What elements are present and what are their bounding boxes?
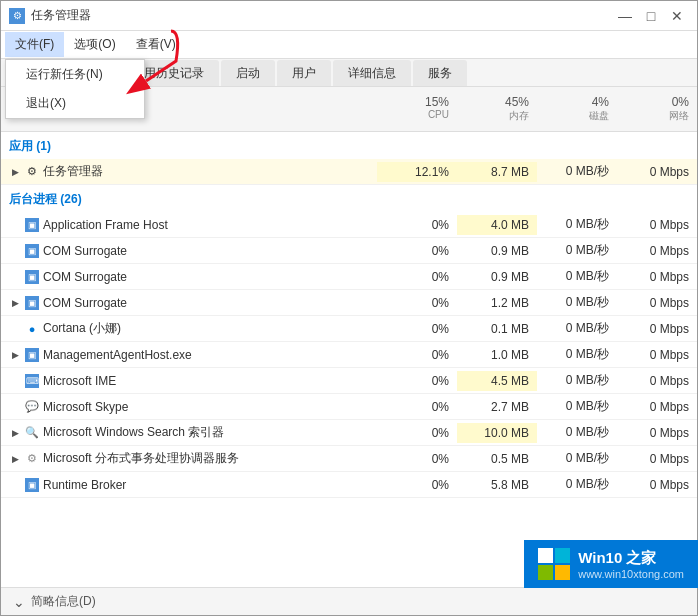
title-controls: — □ ✕ bbox=[613, 6, 689, 26]
cell-disk: 0 MB/秒 bbox=[537, 317, 617, 340]
table-row[interactable]: ▶ ▣ ManagementAgentHost.exe 0% 1.0 MB 0 … bbox=[1, 342, 697, 368]
table-row[interactable]: ⌨ Microsoft IME 0% 4.5 MB 0 MB/秒 0 Mbps bbox=[1, 368, 697, 394]
tab-details[interactable]: 详细信息 bbox=[333, 60, 411, 86]
cell-disk: 0 MB/秒 bbox=[537, 447, 617, 470]
cell-net: 0 Mbps bbox=[617, 293, 697, 313]
menubar: 文件(F) 选项(O) 查看(V) 运行新任务(N) 退出(X) bbox=[1, 31, 697, 59]
cell-mem: 1.0 MB bbox=[457, 345, 537, 365]
cell-net: 0 Mbps bbox=[617, 215, 697, 235]
process-icon: 🔍 bbox=[25, 426, 39, 440]
cell-name: 💬 Microsoft Skype bbox=[1, 397, 377, 417]
cell-mem: 10.0 MB bbox=[457, 423, 537, 443]
cell-disk: 0 MB/秒 bbox=[537, 473, 617, 496]
cell-net: 0 Mbps bbox=[617, 475, 697, 495]
cell-cpu: 0% bbox=[377, 371, 457, 391]
close-button[interactable]: ✕ bbox=[665, 6, 689, 26]
watermark: Win10 之家 www.win10xtong.com bbox=[524, 540, 698, 588]
app-icon: ⚙ bbox=[9, 8, 25, 24]
cell-name: ▣ Application Frame Host bbox=[1, 215, 377, 235]
table-row[interactable]: ● Cortana (小娜) 0% 0.1 MB 0 MB/秒 0 Mbps bbox=[1, 316, 697, 342]
cell-disk: 0 MB/秒 bbox=[537, 265, 617, 288]
cell-name: ▣ Runtime Broker bbox=[1, 475, 377, 495]
cell-cpu: 0% bbox=[377, 475, 457, 495]
cell-net: 0 Mbps bbox=[617, 267, 697, 287]
table-row[interactable]: 💬 Microsoft Skype 0% 2.7 MB 0 MB/秒 0 Mbp… bbox=[1, 394, 697, 420]
process-icon: ▣ bbox=[25, 478, 39, 492]
windows-logo bbox=[538, 548, 570, 580]
table-row[interactable]: ▶ 🔍 Microsoft Windows Search 索引器 0% 10.0… bbox=[1, 420, 697, 446]
status-bar: ⌄ 简略信息(D) bbox=[1, 587, 697, 615]
cell-mem: 0.9 MB bbox=[457, 267, 537, 287]
cell-mem: 4.5 MB bbox=[457, 371, 537, 391]
cell-disk: 0 MB/秒 bbox=[537, 343, 617, 366]
process-icon: 💬 bbox=[25, 400, 39, 414]
cell-mem: 8.7 MB bbox=[457, 162, 537, 182]
cell-disk: 0 MB/秒 bbox=[537, 213, 617, 236]
tab-services[interactable]: 服务 bbox=[413, 60, 467, 86]
table-row[interactable]: ▣ COM Surrogate 0% 0.9 MB 0 MB/秒 0 Mbps bbox=[1, 264, 697, 290]
cell-cpu: 0% bbox=[377, 449, 457, 469]
expand-icon[interactable]: ▶ bbox=[9, 166, 21, 178]
table-row[interactable]: ▣ Runtime Broker 0% 5.8 MB 0 MB/秒 0 Mbps bbox=[1, 472, 697, 498]
cell-cpu: 12.1% bbox=[377, 162, 457, 182]
cell-cpu: 0% bbox=[377, 267, 457, 287]
process-icon: ▣ bbox=[25, 296, 39, 310]
cell-mem: 0.9 MB bbox=[457, 241, 537, 261]
process-icon: ▣ bbox=[25, 244, 39, 258]
bg-section-header: 后台进程 (26) bbox=[1, 185, 697, 212]
cell-disk: 0 MB/秒 bbox=[537, 239, 617, 262]
cell-net: 0 Mbps bbox=[617, 423, 697, 443]
table-row[interactable]: ▣ Application Frame Host 0% 4.0 MB 0 MB/… bbox=[1, 212, 697, 238]
menu-options[interactable]: 选项(O) bbox=[64, 32, 125, 57]
table-row[interactable]: ▶ ⚙ 任务管理器 12.1% 8.7 MB 0 MB/秒 0 Mbps bbox=[1, 159, 697, 185]
tab-startup[interactable]: 启动 bbox=[221, 60, 275, 86]
cell-name: ▶ ⚙ Microsoft 分布式事务处理协调器服务 bbox=[1, 447, 377, 470]
col-net: 0% 网络 bbox=[617, 91, 697, 127]
minimize-button[interactable]: — bbox=[613, 6, 637, 26]
logo-q3 bbox=[538, 565, 553, 580]
watermark-url: www.win10xtong.com bbox=[578, 568, 684, 580]
cell-net: 0 Mbps bbox=[617, 345, 697, 365]
cell-net: 0 Mbps bbox=[617, 241, 697, 261]
cell-net: 0 Mbps bbox=[617, 319, 697, 339]
maximize-button[interactable]: □ bbox=[639, 6, 663, 26]
status-label[interactable]: 简略信息(D) bbox=[31, 593, 96, 610]
file-dropdown: 运行新任务(N) 退出(X) bbox=[5, 59, 145, 119]
cell-net: 0 Mbps bbox=[617, 449, 697, 469]
title-bar-left: ⚙ 任务管理器 bbox=[9, 7, 91, 24]
cell-mem: 0.1 MB bbox=[457, 319, 537, 339]
cell-disk: 0 MB/秒 bbox=[537, 395, 617, 418]
table-row[interactable]: ▶ ▣ COM Surrogate 0% 1.2 MB 0 MB/秒 0 Mbp… bbox=[1, 290, 697, 316]
expand-icon[interactable]: ▶ bbox=[9, 349, 21, 361]
tab-users[interactable]: 用户 bbox=[277, 60, 331, 86]
cell-cpu: 0% bbox=[377, 215, 457, 235]
expand-icon[interactable]: ▶ bbox=[9, 297, 21, 309]
menu-run-task[interactable]: 运行新任务(N) bbox=[6, 60, 144, 89]
cell-cpu: 0% bbox=[377, 241, 457, 261]
cell-name: ▶ ⚙ 任务管理器 bbox=[1, 160, 377, 183]
process-icon: ⚙ bbox=[25, 165, 39, 179]
expand-icon[interactable]: ▶ bbox=[9, 453, 21, 465]
menu-exit[interactable]: 退出(X) bbox=[6, 89, 144, 118]
table-row[interactable]: ▣ COM Surrogate 0% 0.9 MB 0 MB/秒 0 Mbps bbox=[1, 238, 697, 264]
expand-icon[interactable]: ▶ bbox=[9, 427, 21, 439]
expand-icon[interactable]: ⌄ bbox=[13, 594, 25, 610]
menu-view[interactable]: 查看(V) bbox=[126, 32, 186, 57]
cell-cpu: 0% bbox=[377, 293, 457, 313]
process-icon: ⚙ bbox=[25, 452, 39, 466]
window-title: 任务管理器 bbox=[31, 7, 91, 24]
table-body: 应用 (1) ▶ ⚙ 任务管理器 12.1% 8.7 MB 0 MB/秒 0 M… bbox=[1, 132, 697, 587]
menu-file[interactable]: 文件(F) bbox=[5, 32, 64, 57]
cell-mem: 2.7 MB bbox=[457, 397, 537, 417]
process-icon: ⌨ bbox=[25, 374, 39, 388]
cell-name: ▣ COM Surrogate bbox=[1, 241, 377, 261]
table-row[interactable]: ▶ ⚙ Microsoft 分布式事务处理协调器服务 0% 0.5 MB 0 M… bbox=[1, 446, 697, 472]
title-bar: ⚙ 任务管理器 — □ ✕ bbox=[1, 1, 697, 31]
cell-mem: 0.5 MB bbox=[457, 449, 537, 469]
apps-section-header: 应用 (1) bbox=[1, 132, 697, 159]
cell-name: ▶ ▣ COM Surrogate bbox=[1, 293, 377, 313]
cell-cpu: 0% bbox=[377, 423, 457, 443]
cell-name: ● Cortana (小娜) bbox=[1, 317, 377, 340]
cell-net: 0 Mbps bbox=[617, 397, 697, 417]
cell-name: ▶ 🔍 Microsoft Windows Search 索引器 bbox=[1, 421, 377, 444]
